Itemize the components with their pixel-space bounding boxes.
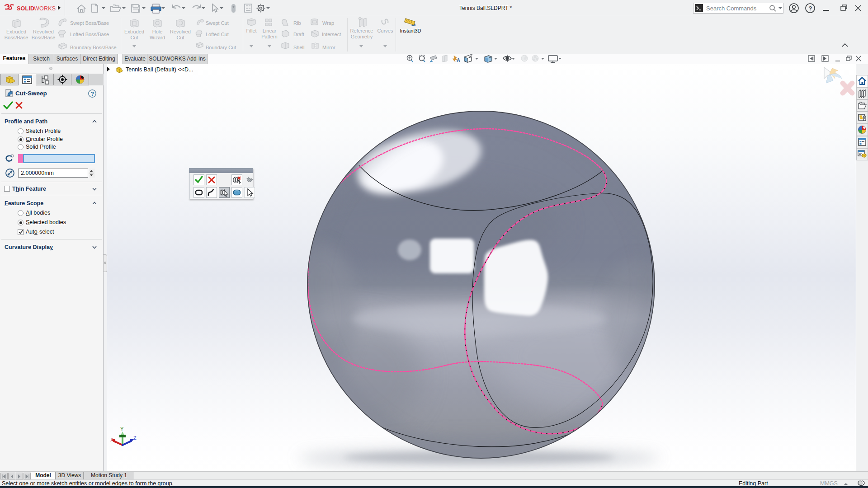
svg-text:SOLID: SOLID bbox=[17, 5, 34, 12]
svg-text:Y: Y bbox=[120, 426, 124, 432]
svg-text:WORKS: WORKS bbox=[34, 5, 56, 12]
svg-text:?: ? bbox=[91, 91, 94, 97]
svg-text:?: ? bbox=[809, 5, 812, 12]
svg-text:A: A bbox=[457, 57, 460, 63]
svg-text:Z: Z bbox=[133, 435, 137, 441]
